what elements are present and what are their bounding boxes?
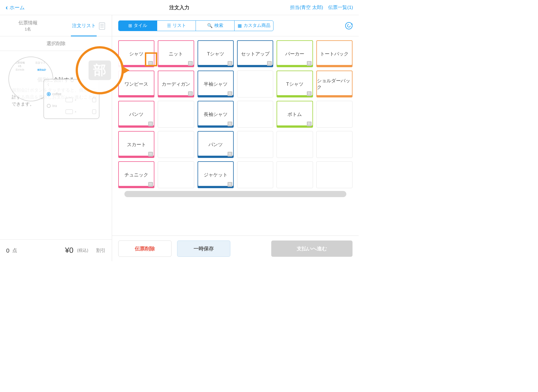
sidebar: 伝票情報 1名 注文リスト 選択削除 部 伝票情報1名 注文リスト — [0, 15, 112, 261]
product-tile — [237, 131, 273, 158]
chevron-left-icon: ‹ — [6, 4, 8, 11]
category-badge-icon: 部 — [228, 91, 232, 96]
category-badge-icon: 部 — [307, 91, 312, 96]
product-tile[interactable]: チュニック部 — [118, 161, 154, 188]
product-tile[interactable]: Tシャツ部 — [198, 40, 234, 67]
category-badge-icon: 部 — [307, 61, 312, 66]
product-tile — [316, 131, 353, 158]
category-badge-icon: 部 — [228, 152, 232, 157]
help-illustration: 部 伝票情報1名 注文リスト 選択削除個別会計 ffee く 個別会計 coff… — [0, 51, 112, 239]
check-icon — [47, 92, 51, 96]
product-tile[interactable]: パンツ部 — [198, 131, 234, 158]
category-badge-icon: 部 — [188, 91, 193, 96]
slips-link[interactable]: 伝票一覧(1) — [328, 4, 353, 11]
product-tile[interactable]: セットアップ部 — [237, 40, 273, 67]
note-icon[interactable] — [99, 22, 105, 30]
product-tile[interactable]: ニット部 — [158, 40, 194, 67]
tab-slip-info[interactable]: 伝票情報 1名 — [0, 15, 56, 36]
category-badge-icon: 部 — [89, 60, 111, 80]
delete-slip-button[interactable]: 伝票削除 — [118, 241, 171, 257]
item-count: 0 — [6, 247, 10, 254]
category-badge-icon: 部 — [267, 61, 272, 66]
product-tile — [277, 131, 313, 158]
product-tile[interactable]: 半袖シャツ部 — [198, 71, 234, 97]
product-tile — [237, 101, 273, 128]
product-tile — [158, 131, 194, 158]
product-tile — [316, 161, 353, 188]
category-badge-icon: 部 — [188, 61, 193, 66]
category-badge-icon: 部 — [228, 122, 232, 126]
category-badge-icon: 部 — [148, 152, 153, 157]
product-tile[interactable]: トートバック — [316, 40, 353, 67]
product-tile[interactable]: カーディガン部 — [158, 71, 194, 97]
header-actions: 担当(青空 太郎) 伝票一覧(1) — [290, 4, 353, 11]
horizontal-scrollbar[interactable] — [124, 191, 346, 197]
product-tile[interactable]: ショルダーバック — [316, 71, 353, 97]
proceed-payment-button[interactable]: 支払いへ進む — [271, 241, 353, 257]
tile-icon: ⊞ — [128, 23, 132, 28]
product-tile — [237, 71, 273, 97]
callout-bubble: 部 — [76, 46, 124, 94]
product-tile[interactable]: 長袖シャツ部 — [198, 101, 234, 128]
bottom-bar: 伝票削除 一時保存 支払いへ進む — [112, 235, 359, 261]
sidebar-tabs: 伝票情報 1名 注文リスト — [0, 15, 112, 36]
view-list-button[interactable]: ☰リスト — [157, 21, 196, 31]
product-tile[interactable]: ボトム部 — [277, 101, 313, 128]
temp-save-button[interactable]: 一時保存 — [177, 241, 230, 257]
product-tile[interactable]: スカート部 — [118, 131, 154, 158]
content-area: ⊞タイル ☰リスト 🔍検索 ▦カスタム商品 シャツ部ニット部Tシャツ部セットアッ… — [112, 15, 359, 261]
custom-item-button[interactable]: ▦カスタム商品 — [235, 21, 273, 31]
delete-selection-button[interactable]: 選択削除 — [47, 40, 66, 47]
product-tile — [158, 161, 194, 188]
product-tile — [237, 161, 273, 188]
category-badge-icon: 部 — [307, 122, 312, 126]
back-button[interactable]: ‹ ホーム — [6, 4, 25, 11]
product-tile[interactable]: パーカー部 — [277, 40, 313, 67]
settings-icon[interactable] — [345, 22, 353, 29]
calculator-icon: ▦ — [238, 23, 242, 28]
search-button[interactable]: 🔍検索 — [196, 21, 235, 31]
sidebar-totals: 0 点 ¥0 (税込) 割引 — [0, 239, 112, 261]
highlight-box — [145, 52, 157, 66]
discount-button[interactable]: 割引 — [96, 247, 106, 254]
search-icon: 🔍 — [207, 23, 213, 28]
list-icon: ☰ — [167, 23, 171, 28]
product-tile[interactable]: Tシャツ部 — [277, 71, 313, 97]
product-tile — [158, 101, 194, 128]
product-tile — [277, 161, 313, 188]
view-segment: ⊞タイル ☰リスト 🔍検索 ▦カスタム商品 — [118, 20, 273, 31]
product-tile[interactable]: ジャケット部 — [198, 161, 234, 188]
category-badge-icon: 部 — [228, 61, 232, 66]
category-badge-icon: 部 — [148, 182, 153, 187]
page-title: 注文入力 — [169, 4, 189, 11]
category-badge-icon: 部 — [228, 182, 232, 187]
total-amount: ¥0 — [65, 246, 73, 255]
back-label: ホーム — [10, 4, 25, 11]
category-badge-icon: 部 — [148, 122, 153, 126]
view-toolbar: ⊞タイル ☰リスト 🔍検索 ▦カスタム商品 — [112, 15, 359, 36]
view-tile-button[interactable]: ⊞タイル — [119, 21, 157, 31]
staff-link[interactable]: 担当(青空 太郎) — [290, 4, 323, 11]
product-tile[interactable]: パンツ部 — [118, 101, 154, 128]
product-tile — [316, 101, 353, 128]
header: ‹ ホーム 注文入力 担当(青空 太郎) 伝票一覧(1) — [0, 0, 359, 15]
